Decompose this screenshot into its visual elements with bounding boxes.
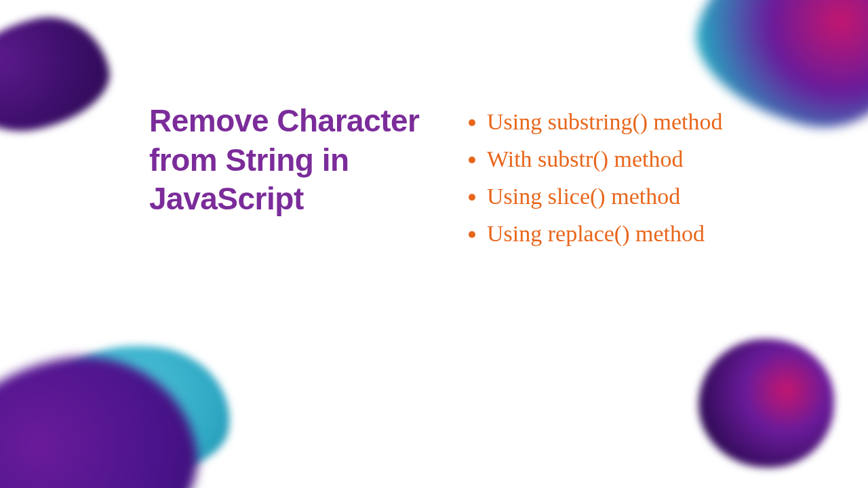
decorative-blob-bottom-right bbox=[698, 339, 834, 468]
list-item: Using replace() method bbox=[487, 216, 814, 251]
content-area: Remove Character from String in JavaScri… bbox=[149, 102, 814, 253]
slide-title: Remove Character from String in JavaScri… bbox=[149, 102, 434, 219]
list-item: With substr() method bbox=[487, 142, 814, 176]
list-column: Using substring() method With substr() m… bbox=[461, 102, 814, 253]
methods-list: Using substring() method With substr() m… bbox=[461, 104, 814, 251]
title-column: Remove Character from String in JavaScri… bbox=[149, 102, 434, 253]
decorative-blob-top-left bbox=[0, 6, 118, 143]
list-item: Using slice() method bbox=[487, 179, 814, 214]
list-item: Using substring() method bbox=[487, 104, 814, 139]
slide-canvas: Remove Character from String in JavaScri… bbox=[0, 0, 868, 488]
